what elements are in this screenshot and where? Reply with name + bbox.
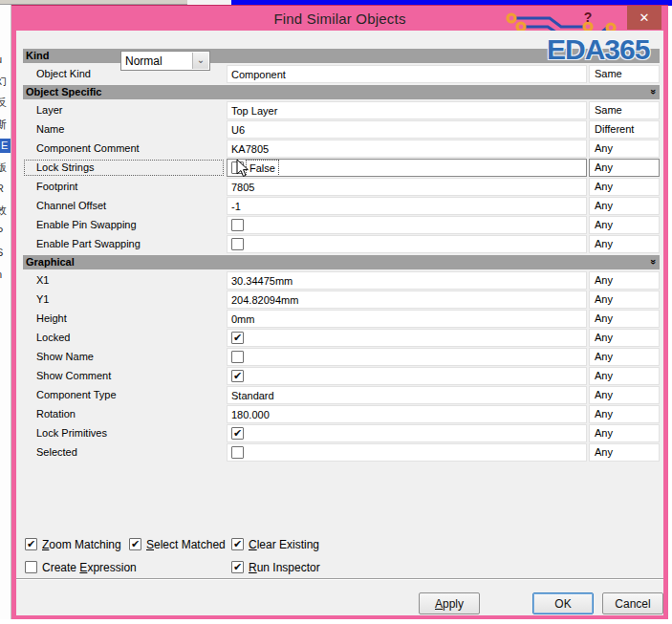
- row-checkbox[interactable]: [231, 351, 244, 363]
- table-row-y1: Y1204.82094mmAny: [23, 290, 660, 310]
- background-list-item: R: [0, 182, 11, 196]
- match-value: Any: [595, 427, 613, 439]
- checkbox[interactable]: ✔: [25, 538, 37, 550]
- row-match-dropdown[interactable]: Any: [589, 386, 660, 404]
- match-value: Any: [595, 238, 613, 249]
- row-value[interactable]: 204.82094mm: [227, 290, 587, 309]
- expression-scope-dropdown[interactable]: Normal ⌄: [120, 51, 210, 71]
- row-match-dropdown[interactable]: Any: [589, 197, 660, 215]
- row-match-dropdown[interactable]: Any: [589, 159, 660, 177]
- row-value[interactable]: KA7805: [227, 140, 587, 158]
- row-match-dropdown[interactable]: Any: [589, 367, 660, 385]
- background-list-item: u: [0, 53, 11, 67]
- row-value[interactable]: 0mm: [227, 310, 587, 328]
- cancel-button[interactable]: Cancel: [602, 592, 663, 614]
- row-value[interactable]: Component: [227, 65, 587, 83]
- row-value-text: Standard: [231, 388, 274, 403]
- row-match-dropdown[interactable]: Any: [589, 178, 660, 196]
- table-row-name: NameU6Different: [23, 120, 660, 140]
- row-match-dropdown[interactable]: Any: [589, 235, 660, 253]
- row-match-dropdown[interactable]: Any: [589, 271, 660, 290]
- option-label: Run Inspector: [249, 561, 320, 574]
- row-value[interactable]: [227, 348, 587, 366]
- option-zoom-matching[interactable]: ✔Zoom Matching: [25, 537, 121, 551]
- row-match-dropdown[interactable]: Any: [589, 443, 660, 462]
- row-value-text: U6: [231, 122, 245, 138]
- row-match-dropdown[interactable]: Same: [589, 65, 660, 83]
- help-icon[interactable]: ?: [580, 10, 596, 25]
- apply-button[interactable]: Apply: [419, 592, 480, 614]
- row-checkbox[interactable]: ✔: [231, 427, 244, 440]
- row-value-text: Top Layer: [231, 103, 277, 118]
- collapse-chevron-icon[interactable]: »: [648, 89, 658, 95]
- checkbox[interactable]: ✔: [129, 538, 141, 550]
- table-row-object-kind: Object KindComponentSame: [23, 65, 660, 84]
- close-icon[interactable]: ✕: [627, 6, 661, 30]
- table-row-show-comment: Show Comment✔Any: [23, 367, 660, 386]
- background-list-item: S: [0, 246, 11, 260]
- row-match-dropdown[interactable]: Any: [589, 405, 660, 423]
- option-select-matched[interactable]: ✔Select Matched: [129, 537, 226, 551]
- row-label: Height: [23, 310, 225, 328]
- dialog-content: KindObject KindComponentSameObject Speci…: [16, 31, 663, 615]
- row-value[interactable]: False: [227, 159, 587, 177]
- dialog-titlebar[interactable]: Find Similar Objects ? ✕: [11, 6, 668, 31]
- section-title: Kind: [26, 50, 49, 61]
- row-checkbox[interactable]: [231, 161, 244, 174]
- dialog-title: Find Similar Objects: [11, 11, 668, 27]
- row-value[interactable]: [227, 443, 587, 462]
- row-label: Lock Strings: [23, 159, 225, 177]
- row-match-dropdown[interactable]: Any: [589, 310, 660, 328]
- section-header-graphical[interactable]: Graphical»: [23, 255, 660, 269]
- row-checkbox[interactable]: ✔: [231, 370, 244, 382]
- row-value[interactable]: 180.000: [227, 405, 587, 423]
- row-match-dropdown[interactable]: Any: [589, 329, 660, 347]
- option-run-inspector[interactable]: ✔Run Inspector: [231, 560, 320, 574]
- find-similar-objects-dialog: Find Similar Objects ? ✕ EDA365 KindObje…: [11, 5, 668, 619]
- row-value[interactable]: [227, 235, 587, 253]
- table-row-component-type: Component TypeStandardAny: [23, 386, 660, 405]
- row-match-dropdown[interactable]: Any: [589, 290, 660, 309]
- row-value[interactable]: 7805: [227, 178, 587, 196]
- checkbox[interactable]: [25, 561, 37, 573]
- row-value[interactable]: ✔: [227, 367, 587, 385]
- chevron-down-icon[interactable]: ⌄: [192, 53, 208, 69]
- table-row-rotation: Rotation180.000Any: [23, 405, 660, 424]
- row-value[interactable]: [227, 216, 587, 234]
- row-checkbox[interactable]: [231, 219, 244, 231]
- match-value: Same: [595, 104, 622, 116]
- match-value: Any: [595, 200, 613, 211]
- row-label: X1: [23, 271, 225, 290]
- row-match-dropdown[interactable]: Any: [589, 140, 660, 158]
- table-row-enable-part-swapping: Enable Part SwappingAny: [23, 235, 660, 254]
- row-match-dropdown[interactable]: Any: [589, 348, 660, 366]
- row-match-dropdown[interactable]: Any: [589, 216, 660, 234]
- ok-button[interactable]: OK: [532, 592, 594, 614]
- background-list-item: n: [0, 268, 11, 282]
- table-row-component-comment: Component CommentKA7805Any: [23, 140, 660, 159]
- match-value: Different: [595, 123, 634, 135]
- row-value[interactable]: Standard: [227, 386, 587, 404]
- row-checkbox[interactable]: ✔: [231, 332, 244, 344]
- collapse-chevron-icon[interactable]: »: [648, 259, 658, 265]
- row-value[interactable]: Top Layer: [227, 101, 587, 119]
- row-value[interactable]: ✔: [227, 329, 587, 347]
- match-value: Any: [595, 351, 613, 362]
- option-clear-existing[interactable]: ✔Clear Existing: [231, 537, 319, 551]
- row-label: Y1: [23, 290, 225, 309]
- checkbox[interactable]: ✔: [231, 538, 244, 550]
- row-value[interactable]: -1: [227, 197, 587, 215]
- section-header-object-specific[interactable]: Object Specific»: [23, 85, 660, 99]
- row-value[interactable]: 30.34475mm: [227, 271, 587, 290]
- table-row-x1: X130.34475mmAny: [23, 271, 660, 290]
- option-create-expression[interactable]: Create Expression: [25, 560, 137, 574]
- row-checkbox[interactable]: [231, 446, 244, 459]
- row-match-dropdown[interactable]: Any: [589, 424, 660, 442]
- checkbox[interactable]: ✔: [231, 561, 244, 573]
- row-match-dropdown[interactable]: Same: [589, 101, 660, 119]
- table-row-channel-offset: Channel Offset-1Any: [23, 197, 660, 216]
- row-value[interactable]: ✔: [227, 424, 587, 442]
- row-value[interactable]: U6: [227, 120, 587, 139]
- row-match-dropdown[interactable]: Different: [589, 120, 660, 139]
- row-checkbox[interactable]: [231, 238, 244, 250]
